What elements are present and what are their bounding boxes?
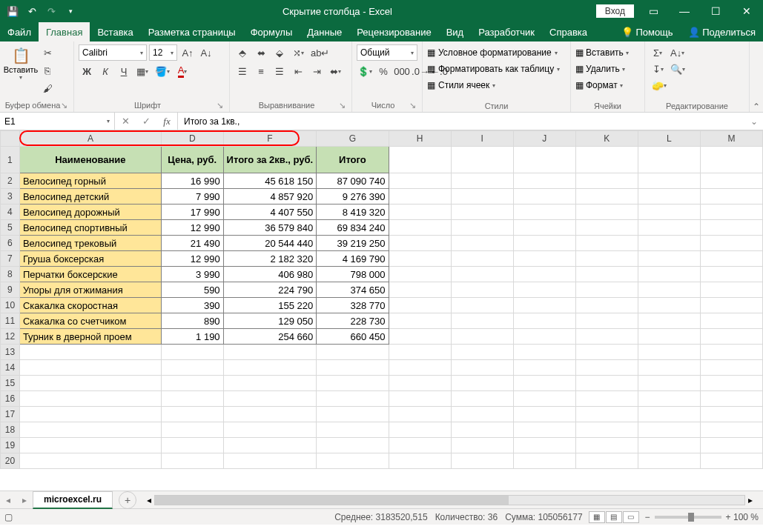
- cell[interactable]: [451, 205, 513, 220]
- cell[interactable]: [513, 189, 575, 205]
- cell[interactable]: [451, 376, 513, 391]
- cell[interactable]: [161, 407, 223, 422]
- cell[interactable]: [638, 345, 700, 360]
- cell[interactable]: [575, 205, 638, 220]
- cell[interactable]: [700, 251, 762, 267]
- cell[interactable]: 224 790: [223, 282, 317, 298]
- cell[interactable]: [161, 453, 223, 469]
- orientation-icon[interactable]: ⤭▾: [290, 44, 306, 61]
- zoom-slider[interactable]: [655, 516, 721, 519]
- cell[interactable]: [389, 205, 451, 220]
- cell[interactable]: Цена, руб.: [161, 147, 223, 173]
- h-scrollbar[interactable]: ◂ ▸: [144, 495, 756, 505]
- percent-icon[interactable]: %: [375, 63, 392, 79]
- align-top-icon[interactable]: ⬘: [234, 44, 251, 61]
- cell[interactable]: [451, 236, 513, 251]
- cell[interactable]: [700, 329, 762, 345]
- cell[interactable]: [638, 282, 700, 298]
- cell[interactable]: Турник в дверной проем: [19, 329, 161, 345]
- cell[interactable]: [389, 298, 451, 313]
- cell[interactable]: [700, 453, 762, 469]
- cell[interactable]: 374 650: [317, 282, 389, 298]
- signin-button[interactable]: Вход: [596, 4, 634, 18]
- align-middle-icon[interactable]: ⬌: [253, 44, 269, 61]
- cell[interactable]: [575, 376, 638, 391]
- tab-вид[interactable]: Вид: [439, 22, 472, 41]
- cell[interactable]: [19, 376, 161, 391]
- cell[interactable]: [389, 189, 451, 205]
- insert-cells-button[interactable]: ▦Вставить▾: [575, 44, 640, 61]
- cell[interactable]: Итого: [317, 147, 389, 173]
- cell[interactable]: [223, 453, 317, 469]
- font-name-combo[interactable]: Calibri▾: [79, 44, 147, 61]
- cell[interactable]: [638, 173, 700, 189]
- cell[interactable]: [317, 376, 389, 391]
- redo-icon[interactable]: ↷: [43, 3, 59, 19]
- cell[interactable]: 390: [161, 298, 223, 313]
- tab-главная[interactable]: Главная: [39, 22, 90, 41]
- row-header[interactable]: 12: [1, 329, 20, 345]
- cell[interactable]: [451, 147, 513, 173]
- cell[interactable]: [451, 391, 513, 407]
- tab-вставка[interactable]: Вставка: [90, 22, 140, 41]
- cell[interactable]: 2 182 320: [223, 251, 317, 267]
- cell[interactable]: [513, 298, 575, 313]
- dialog-launcher-icon[interactable]: ↘: [61, 101, 67, 110]
- row-header[interactable]: 7: [1, 251, 20, 267]
- row-header[interactable]: 13: [1, 345, 20, 360]
- cell[interactable]: [389, 438, 451, 453]
- fx-icon[interactable]: fx: [156, 116, 177, 127]
- cell[interactable]: [638, 329, 700, 345]
- cell[interactable]: [19, 422, 161, 438]
- cell[interactable]: [575, 345, 638, 360]
- paste-button[interactable]: 📋 Вставить ▾: [4, 44, 37, 96]
- cell[interactable]: 1 190: [161, 329, 223, 345]
- cell[interactable]: [451, 267, 513, 282]
- cell[interactable]: [513, 329, 575, 345]
- cell[interactable]: [317, 438, 389, 453]
- row-header[interactable]: 16: [1, 391, 20, 407]
- cell[interactable]: Велосипед трековый: [19, 236, 161, 251]
- cell[interactable]: [638, 391, 700, 407]
- cell[interactable]: [389, 453, 451, 469]
- cell[interactable]: 20 544 440: [223, 236, 317, 251]
- cell[interactable]: [638, 313, 700, 329]
- cell[interactable]: [223, 376, 317, 391]
- cell[interactable]: [513, 313, 575, 329]
- cell[interactable]: [638, 422, 700, 438]
- qat-customize-icon[interactable]: ▾: [62, 3, 79, 19]
- merge-button[interactable]: ⬌▾: [327, 63, 343, 79]
- cell[interactable]: [451, 407, 513, 422]
- cell[interactable]: 36 579 840: [223, 220, 317, 236]
- cell[interactable]: [700, 220, 762, 236]
- cell[interactable]: [700, 173, 762, 189]
- cell[interactable]: [513, 205, 575, 220]
- col-header-M[interactable]: M: [700, 131, 762, 147]
- cell[interactable]: 406 980: [223, 267, 317, 282]
- cell[interactable]: [389, 282, 451, 298]
- cell[interactable]: [223, 407, 317, 422]
- enter-formula-icon[interactable]: ✓: [136, 116, 156, 127]
- cell[interactable]: [575, 298, 638, 313]
- cell[interactable]: Итого за 2кв., руб.: [223, 147, 317, 173]
- cell[interactable]: [451, 329, 513, 345]
- cell[interactable]: [638, 220, 700, 236]
- cell[interactable]: [700, 298, 762, 313]
- cell[interactable]: [575, 360, 638, 376]
- cell[interactable]: [638, 407, 700, 422]
- row-header[interactable]: 8: [1, 267, 20, 282]
- cell[interactable]: [19, 407, 161, 422]
- tab-рецензирование[interactable]: Рецензирование: [349, 22, 438, 41]
- cell[interactable]: [513, 391, 575, 407]
- cell[interactable]: [317, 360, 389, 376]
- copy-button[interactable]: ⎘: [39, 62, 56, 79]
- align-bottom-icon[interactable]: ⬙: [271, 44, 288, 61]
- cell[interactable]: Велосипед детский: [19, 189, 161, 205]
- cell[interactable]: [389, 251, 451, 267]
- row-header[interactable]: 20: [1, 453, 20, 469]
- row-header[interactable]: 10: [1, 298, 20, 313]
- save-icon[interactable]: 💾: [4, 3, 21, 19]
- cell[interactable]: 228 730: [317, 313, 389, 329]
- cell[interactable]: [317, 345, 389, 360]
- cell[interactable]: [317, 391, 389, 407]
